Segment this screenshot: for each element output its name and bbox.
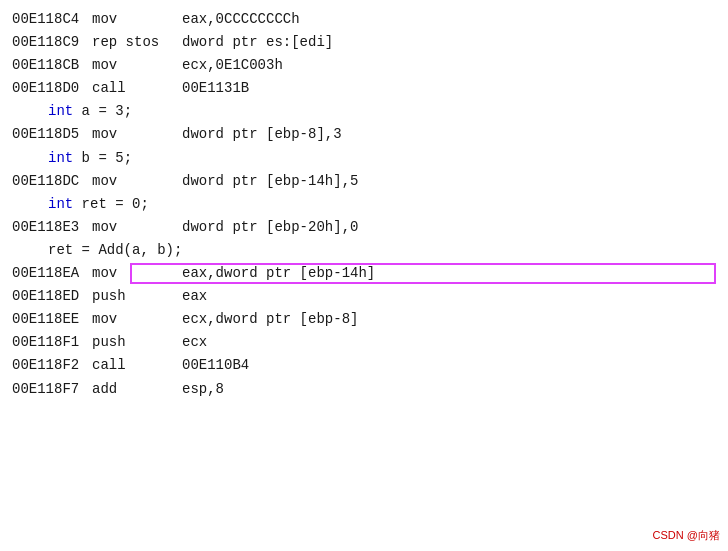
- operand-13: eax: [182, 285, 207, 308]
- asm-line-13: 00E118ED push eax: [0, 285, 728, 308]
- addr-16: 00E118F2: [12, 354, 92, 377]
- operand-12: eax,dword ptr [ebp-14h]: [182, 262, 375, 285]
- asm-line-8: 00E118DC mov dword ptr [ebp-14h],5: [0, 170, 728, 193]
- operand-14: ecx,dword ptr [ebp-8]: [182, 308, 358, 331]
- watermark: CSDN @向猪: [653, 528, 720, 543]
- addr-6: 00E118D5: [12, 123, 92, 146]
- code-container: 00E118C4 mov eax,0CCCCCCCCh 00E118C9 rep…: [0, 0, 728, 409]
- keyword-int-3: int: [48, 193, 73, 216]
- mnemonic-13: push: [92, 285, 182, 308]
- mnemonic-15: push: [92, 331, 182, 354]
- asm-line-16: 00E118F2 call 00E110B4: [0, 354, 728, 377]
- addr-8: 00E118DC: [12, 170, 92, 193]
- operand-8: dword ptr [ebp-14h],5: [182, 170, 358, 193]
- mnemonic-17: add: [92, 378, 182, 401]
- src-line-7: int b = 5;: [0, 147, 728, 170]
- asm-line-14: 00E118EE mov ecx,dword ptr [ebp-8]: [0, 308, 728, 331]
- src-text-7: b = 5;: [73, 147, 132, 170]
- src-line-11: ret = Add(a, b);: [0, 239, 728, 262]
- operand-1: eax,0CCCCCCCCh: [182, 8, 300, 31]
- operand-3: ecx,0E1C003h: [182, 54, 283, 77]
- operand-10: dword ptr [ebp-20h],0: [182, 216, 358, 239]
- src-text-9: ret = 0;: [73, 193, 149, 216]
- mnemonic-12: mov: [92, 262, 182, 285]
- mnemonic-10: mov: [92, 216, 182, 239]
- asm-line-4: 00E118D0 call 00E1131B: [0, 77, 728, 100]
- operand-2: dword ptr es:[edi]: [182, 31, 333, 54]
- mnemonic-6: mov: [92, 123, 182, 146]
- addr-1: 00E118C4: [12, 8, 92, 31]
- addr-3: 00E118CB: [12, 54, 92, 77]
- addr-14: 00E118EE: [12, 308, 92, 331]
- addr-10: 00E118E3: [12, 216, 92, 239]
- addr-15: 00E118F1: [12, 331, 92, 354]
- asm-line-12-highlighted: 00E118EA mov eax,dword ptr [ebp-14h]: [0, 262, 728, 285]
- mnemonic-2: rep stos: [92, 31, 182, 54]
- asm-line-6: 00E118D5 mov dword ptr [ebp-8],3: [0, 123, 728, 146]
- mnemonic-16: call: [92, 354, 182, 377]
- asm-line-3: 00E118CB mov ecx,0E1C003h: [0, 54, 728, 77]
- addr-4: 00E118D0: [12, 77, 92, 100]
- asm-line-17: 00E118F7 add esp,8: [0, 378, 728, 401]
- keyword-int-1: int: [48, 100, 73, 123]
- mnemonic-1: mov: [92, 8, 182, 31]
- operand-17: esp,8: [182, 378, 224, 401]
- src-text-5: a = 3;: [73, 100, 132, 123]
- mnemonic-4: call: [92, 77, 182, 100]
- operand-6: dword ptr [ebp-8],3: [182, 123, 342, 146]
- src-line-9: int ret = 0;: [0, 193, 728, 216]
- src-text-11: ret = Add(a, b);: [48, 239, 182, 262]
- src-line-5: int a = 3;: [0, 100, 728, 123]
- operand-16: 00E110B4: [182, 354, 249, 377]
- mnemonic-8: mov: [92, 170, 182, 193]
- operand-4: 00E1131B: [182, 77, 249, 100]
- mnemonic-3: mov: [92, 54, 182, 77]
- addr-12: 00E118EA: [12, 262, 92, 285]
- asm-line-2: 00E118C9 rep stos dword ptr es:[edi]: [0, 31, 728, 54]
- keyword-int-2: int: [48, 147, 73, 170]
- addr-13: 00E118ED: [12, 285, 92, 308]
- asm-line-1: 00E118C4 mov eax,0CCCCCCCCh: [0, 8, 728, 31]
- operand-15: ecx: [182, 331, 207, 354]
- mnemonic-14: mov: [92, 308, 182, 331]
- addr-17: 00E118F7: [12, 378, 92, 401]
- asm-line-10: 00E118E3 mov dword ptr [ebp-20h],0: [0, 216, 728, 239]
- asm-line-15: 00E118F1 push ecx: [0, 331, 728, 354]
- addr-2: 00E118C9: [12, 31, 92, 54]
